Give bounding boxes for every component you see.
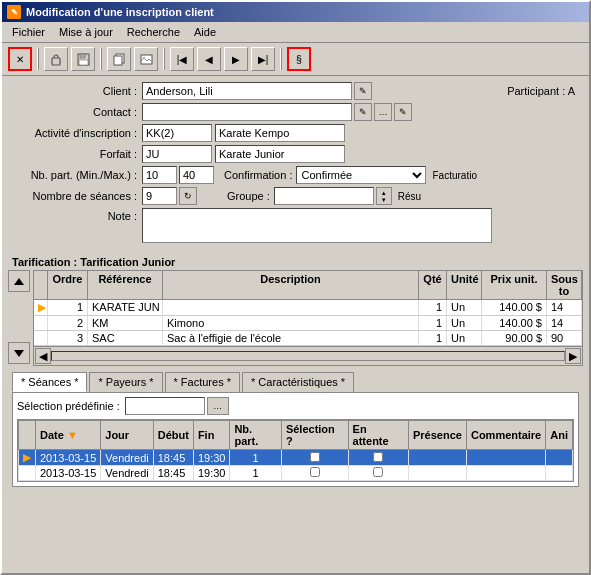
menu-aide[interactable]: Aide: [188, 24, 222, 40]
tab-factures[interactable]: * Factures *: [165, 372, 240, 392]
attente-cell2[interactable]: [348, 466, 408, 481]
nav-last-button[interactable]: ▶|: [251, 47, 275, 71]
nav-next-button[interactable]: ▶: [224, 47, 248, 71]
main-window: ✎ Modification d'une inscription client …: [0, 0, 591, 575]
menu-fichier[interactable]: Fichier: [6, 24, 51, 40]
seances-refresh-icon[interactable]: ↻: [179, 187, 197, 205]
tarif-row-3: 3 SAC Sac à l'effigie de l'école 1 Un 90…: [34, 331, 582, 346]
tab-seances[interactable]: * Séances *: [12, 372, 87, 392]
selection-check2[interactable]: [310, 467, 320, 477]
col-selection: Sélection ?: [281, 421, 348, 450]
debut-cell: 18:45: [153, 450, 193, 466]
save-button[interactable]: [71, 47, 95, 71]
selection-input[interactable]: [125, 397, 205, 415]
contact-edit-icon[interactable]: ✎: [354, 103, 372, 121]
col-en-attente: En attente: [348, 421, 408, 450]
nav-prev-button[interactable]: ◀: [197, 47, 221, 71]
contact-input[interactable]: [142, 103, 352, 121]
copy-button[interactable]: [107, 47, 131, 71]
col-debut: Début: [153, 421, 193, 450]
tarification-header: Ordre Référence Description Qté Unité Pr…: [34, 271, 582, 300]
nb-max-input[interactable]: [179, 166, 214, 184]
groupe-arrow-icon[interactable]: ▲ ▼: [376, 187, 392, 205]
selection-dots-icon[interactable]: …: [207, 397, 229, 415]
title-bar: ✎ Modification d'une inscription client: [2, 2, 589, 22]
attente-check2[interactable]: [373, 467, 383, 477]
tab-payeurs[interactable]: * Payeurs *: [89, 372, 162, 392]
col-date: Date ▼: [36, 421, 101, 450]
nb-cell2: 1: [230, 466, 281, 481]
ani-cell2: [546, 466, 573, 481]
activity-name-input[interactable]: [215, 124, 345, 142]
date-cell: 2013-03-15: [36, 450, 101, 466]
sort-icon: ▼: [67, 429, 78, 441]
selection-check[interactable]: [310, 452, 320, 462]
separator2: [100, 48, 102, 70]
tarification-title: Tarification : Tarification Junior: [2, 252, 589, 270]
forfait-name-input[interactable]: [215, 145, 345, 163]
scroll-left-btn[interactable]: ◀: [35, 348, 51, 364]
col-prix: Prix unit.: [482, 271, 547, 299]
commentaire-cell2: [466, 466, 545, 481]
seances-header-row: Date ▼ Jour Début Fin Nb. part. Sélectio…: [19, 421, 573, 450]
lock-button[interactable]: [44, 47, 68, 71]
scroll-right-btn[interactable]: ▶: [565, 348, 581, 364]
date-cell2: 2013-03-15: [36, 466, 101, 481]
activity-code-input[interactable]: [142, 124, 212, 142]
scroll-track[interactable]: [51, 351, 565, 361]
client-input[interactable]: [142, 82, 352, 100]
commentaire-cell: [466, 450, 545, 466]
note-label: Note :: [12, 208, 142, 222]
nb-seances-input[interactable]: [142, 187, 177, 205]
attente-check[interactable]: [373, 452, 383, 462]
note-textarea[interactable]: [142, 208, 492, 243]
form-area: Client : ✎ Participant : A Contact : ✎ ……: [2, 76, 589, 252]
tarif-row-2: 2 KM Kimono 1 Un 140.00 $ 14: [34, 316, 582, 331]
close-button[interactable]: ✕: [8, 47, 32, 71]
menu-mise-a-jour[interactable]: Mise à jour: [53, 24, 119, 40]
confirmation-label: Confirmation :: [224, 169, 292, 181]
activity-label: Activité d'inscription :: [12, 127, 142, 139]
tabs-area: * Séances * * Payeurs * * Factures * * C…: [12, 372, 579, 487]
jour-cell2: Vendredi: [101, 466, 153, 481]
contact-dots-icon[interactable]: …: [374, 103, 392, 121]
sel-cell[interactable]: [281, 450, 348, 466]
menu-bar: Fichier Mise à jour Recherche Aide: [2, 22, 589, 43]
nav-first-button[interactable]: |◀: [170, 47, 194, 71]
nb-min-input[interactable]: [142, 166, 177, 184]
down-nav-button[interactable]: [8, 342, 30, 364]
col-ani: Ani: [546, 421, 573, 450]
forfait-row: Forfait :: [12, 145, 579, 163]
attente-cell[interactable]: [348, 450, 408, 466]
menu-recherche[interactable]: Recherche: [121, 24, 186, 40]
nb-seances-label: Nombre de séances :: [12, 190, 142, 202]
sel-cell2[interactable]: [281, 466, 348, 481]
col-nb-part: Nb. part.: [230, 421, 281, 450]
presence-cell: [409, 450, 467, 466]
tarif-hscroll[interactable]: ◀ ▶: [34, 346, 582, 365]
up-nav-button[interactable]: [8, 270, 30, 292]
seance-row-1[interactable]: ▶ 2013-03-15 Vendredi 18:45 19:30 1: [19, 450, 573, 466]
debut-cell2: 18:45: [153, 466, 193, 481]
selection-row: Sélection prédéfinie : …: [17, 397, 574, 415]
forfait-code-input[interactable]: [142, 145, 212, 163]
activity-row: Activité d'inscription :: [12, 124, 579, 142]
confirmation-dropdown[interactable]: Confirmée: [296, 166, 426, 184]
image-button[interactable]: [134, 47, 158, 71]
col-ordre: Ordre: [48, 271, 88, 299]
groupe-label: Groupe :: [227, 190, 270, 202]
client-edit-icon[interactable]: ✎: [354, 82, 372, 100]
svg-rect-3: [79, 60, 88, 65]
svg-rect-2: [80, 54, 85, 58]
seance-row-2[interactable]: 2013-03-15 Vendredi 18:45 19:30 1: [19, 466, 573, 481]
presence-cell2: [409, 466, 467, 481]
tab-caracteristiques[interactable]: * Caractéristiques *: [242, 372, 354, 392]
contact-add-icon[interactable]: ✎: [394, 103, 412, 121]
col-fin: Fin: [193, 421, 230, 450]
jour-cell: Vendredi: [101, 450, 153, 466]
tarif-row-1: ▶ 1 KARATE JUN 1 Un 140.00 $ 14: [34, 300, 582, 316]
special-button[interactable]: §: [287, 47, 311, 71]
col-qte: Qté: [419, 271, 447, 299]
groupe-input[interactable]: [274, 187, 374, 205]
separator4: [280, 48, 282, 70]
